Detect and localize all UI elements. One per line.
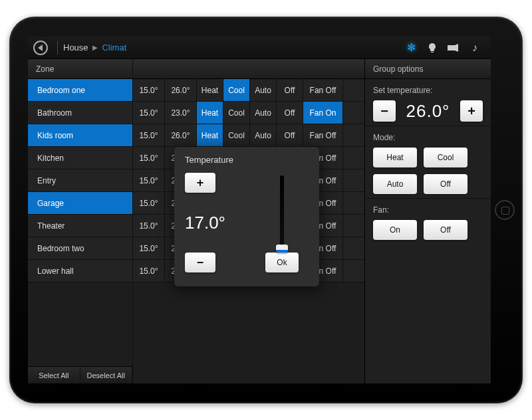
popup-plus-button[interactable]: + [185,173,215,193]
app-screen: House ► Climat ✻ ♪ Zone Bedroom oneBathr… [28,37,491,383]
deselect-all-button[interactable]: Deselect All [80,367,133,383]
grid-cell: 15.0° [133,192,165,214]
camera-icon[interactable] [446,41,461,55]
mode-button[interactable]: Auto [373,174,417,194]
zone-item[interactable]: Theater [28,215,132,237]
grid-cell: 15.0° [133,79,165,101]
side-panel: Group options Set temperature: − 26.0° +… [364,59,491,383]
grid-cell: 15.0° [133,215,165,237]
breadcrumb-separator: ► [91,43,100,52]
breadcrumb-root[interactable]: House [63,43,88,52]
grid-header [133,59,364,79]
music-icon[interactable]: ♪ [467,41,482,55]
grid-cell[interactable]: Auto [250,79,277,101]
mode-button[interactable]: Cool [424,148,467,167]
zone-header: Zone [28,59,132,79]
grid-cell: 15.0° [133,237,165,259]
grid-row: 15.0°26.0°HeatCoolAutoOffFan Off [133,79,364,102]
grid-cell: 15.0° [133,260,165,282]
temp-slider[interactable] [280,175,284,250]
mode-label: Mode: [373,133,483,142]
grid-row: 15.0°26.0°HeatCoolAutoOffFan Off [133,124,364,147]
grid-cell: 26.0° [165,124,197,146]
breadcrumb-current: Climat [102,43,126,52]
grid-cell[interactable]: Heat [197,124,223,146]
select-all-button[interactable]: Select All [28,367,80,383]
grid-cell: 15.0° [133,147,165,169]
zone-item[interactable]: Entry [28,169,132,192]
popup-minus-button[interactable]: − [185,253,215,272]
grid-cell: 26.0° [165,79,197,101]
zone-item[interactable]: Bathroom [28,102,132,124]
fan-button[interactable]: Off [424,220,467,240]
grid-cell: 15.0° [133,169,165,191]
grid-cell[interactable]: Auto [250,102,277,124]
popup-title: Temperature [185,155,309,165]
grid-cell: 15.0° [133,124,165,146]
lightbulb-icon[interactable] [425,41,440,55]
grid-cell[interactable]: Cool [223,79,250,101]
grid-cell[interactable]: Fan Off [303,79,343,101]
grid-cell[interactable]: Off [277,102,303,124]
grid-cell[interactable]: Heat [197,102,223,124]
grid-cell: 15.0° [133,102,165,124]
zone-column: Zone Bedroom oneBathroomKids roomKitchen… [28,59,133,383]
header-bar: House ► Climat ✻ ♪ [28,37,491,59]
set-temp-label: Set temperature: [373,86,483,95]
grid-cell: 23.0° [165,102,197,124]
popup-temp-value: 17.0° [185,213,225,233]
zone-item[interactable]: Bedroom two [28,237,132,260]
grid-row: 15.0°23.0°HeatCoolAutoOffFan On [133,102,364,124]
zone-footer: Select All Deselect All [28,366,132,383]
main-area: Zone Bedroom oneBathroomKids roomKitchen… [28,59,491,383]
set-temp-value: 26.0° [406,101,450,122]
zone-item[interactable]: Garage [28,192,132,215]
fan-button[interactable]: On [373,220,417,240]
grid-cell[interactable]: Heat [197,79,223,101]
grid-cell[interactable]: Off [277,124,303,146]
zone-item[interactable]: Kitchen [28,147,132,169]
temperature-popup: Temperature + 17.0° − Ok [174,147,319,286]
mode-button[interactable]: Off [424,174,467,194]
zone-item[interactable]: Bedroom one [28,79,132,102]
temp-minus-button[interactable]: − [373,100,396,122]
tablet-frame: House ► Climat ✻ ♪ Zone Bedroom oneBathr… [9,17,523,403]
mode-button[interactable]: Heat [373,148,417,167]
zone-item[interactable]: Lower hall [28,260,132,282]
temp-plus-button[interactable]: + [460,100,483,122]
grid-cell[interactable]: Fan On [303,102,343,124]
grid-cell[interactable]: Cool [223,124,250,146]
grid-cell[interactable]: Auto [250,124,277,146]
fan-label: Fan: [373,205,483,215]
zone-item[interactable]: Kids room [28,124,132,147]
grid-cell[interactable]: Off [277,79,303,101]
grid-cell[interactable]: Fan Off [303,124,343,146]
grid-cell[interactable]: Cool [223,102,250,124]
header-divider [57,41,58,54]
slider-thumb[interactable] [276,245,288,253]
snowflake-icon[interactable]: ✻ [404,41,418,55]
back-icon[interactable] [33,41,48,55]
side-title: Group options [365,59,491,79]
popup-ok-button[interactable]: Ok [265,253,299,272]
home-button[interactable] [495,200,515,220]
